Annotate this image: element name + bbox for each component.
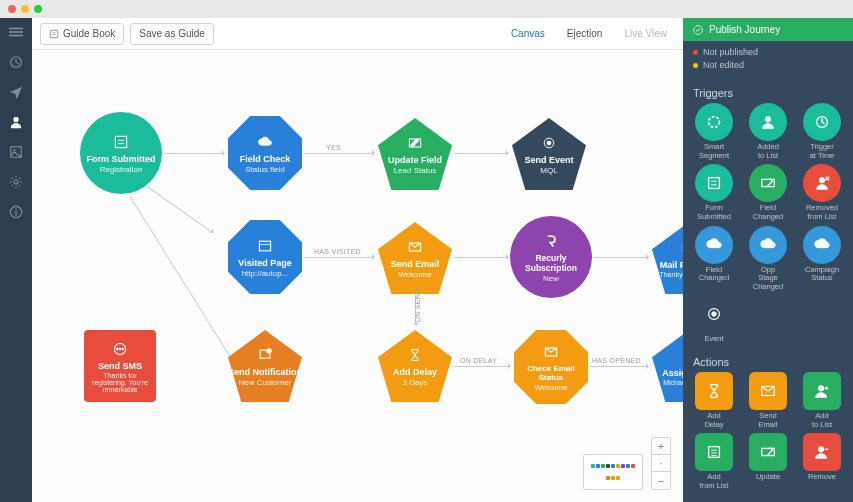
panel-item-icon xyxy=(695,164,733,202)
arrow-label-yes: YES xyxy=(326,144,341,151)
status-dot-yellow xyxy=(693,63,698,68)
node-mail-postcard[interactable]: Mail Postcard Thankyou postca... xyxy=(652,222,683,294)
node-field-check[interactable]: Field Check Status field xyxy=(228,116,302,190)
arrow-label-on-send: ON SEND xyxy=(414,289,421,323)
cloud-icon xyxy=(256,133,274,151)
badge-icon xyxy=(540,134,558,152)
svg-rect-2 xyxy=(9,35,23,37)
traffic-light-close[interactable] xyxy=(8,5,16,13)
panel-item[interactable]: Add Delay xyxy=(689,372,739,429)
node-assign-lead[interactable]: Assign Lead Michael Sharkey xyxy=(652,330,683,402)
panel-item[interactable]: Added to List xyxy=(743,103,793,160)
panel-item-icon xyxy=(749,164,787,202)
svg-rect-11 xyxy=(50,30,58,38)
node-recurly[interactable]: Recurly Subscription New xyxy=(510,216,592,298)
panel-item-label: Update xyxy=(756,473,780,482)
panel-item[interactable]: Field Changed xyxy=(689,226,739,292)
sidebar-info-icon[interactable] xyxy=(8,204,24,220)
recurly-icon xyxy=(542,232,560,250)
zoom-out-button[interactable]: − xyxy=(652,472,670,489)
node-visited-page[interactable]: Visited Page http://autop... xyxy=(228,220,302,294)
svg-rect-9 xyxy=(15,211,16,215)
panel-item[interactable]: Field Changed xyxy=(743,164,793,221)
panel-item-icon xyxy=(695,103,733,141)
save-as-guide-button[interactable]: Save as Guide xyxy=(130,23,214,45)
actions-grid: Add DelaySend EmailAdd to ListAdd from L… xyxy=(683,372,853,495)
panel-item[interactable]: Smart Segment xyxy=(689,103,739,160)
panel-item-icon xyxy=(695,295,733,333)
zoom-controls: + · − xyxy=(651,437,671,490)
panel-item-label: Field Changed xyxy=(699,266,729,283)
panel-item-label: Campaign Status xyxy=(805,266,839,283)
panel-item-icon xyxy=(803,433,841,471)
ejection-tab[interactable]: Ejection xyxy=(559,23,611,45)
panel-item[interactable]: Form Submitted xyxy=(689,164,739,221)
panel-item[interactable]: Trigger at Time xyxy=(797,103,847,160)
minimap[interactable] xyxy=(583,454,643,490)
traffic-light-max[interactable] xyxy=(34,5,42,13)
sidebar-user-icon[interactable] xyxy=(8,114,24,130)
panel-item-icon xyxy=(749,103,787,141)
edit-icon xyxy=(406,134,424,152)
panel-item-icon xyxy=(803,372,841,410)
arrow xyxy=(304,257,374,258)
zoom-reset-button[interactable]: · xyxy=(652,455,670,472)
traffic-light-min[interactable] xyxy=(21,5,29,13)
panel-item-icon xyxy=(749,226,787,264)
svg-point-30 xyxy=(267,348,272,353)
sidebar-send-icon[interactable] xyxy=(8,84,24,100)
panel-item[interactable]: Opp Stage Changed xyxy=(743,226,793,292)
panel-item-label: Field Changed xyxy=(753,204,783,221)
svg-point-6 xyxy=(13,149,15,151)
window-titlebar xyxy=(0,0,853,18)
arrow xyxy=(304,153,374,154)
svg-point-27 xyxy=(119,348,121,350)
user-icon xyxy=(680,347,683,365)
sidebar-gear-icon[interactable] xyxy=(8,174,24,190)
node-update-field[interactable]: Update Field Lead Status xyxy=(378,118,452,190)
node-send-event[interactable]: Send Event MQL xyxy=(512,118,586,190)
node-add-delay[interactable]: Add Delay 3 Days xyxy=(378,330,452,402)
publish-button[interactable]: Publish Journey xyxy=(683,18,853,41)
sidebar-image-icon[interactable] xyxy=(8,144,24,160)
sidebar-clock-icon[interactable] xyxy=(8,54,24,70)
arrow xyxy=(454,153,508,154)
panel-item-label: Add Delay xyxy=(704,412,723,429)
svg-point-41 xyxy=(819,178,824,183)
node-form-submitted[interactable]: Form Submitted Registration xyxy=(80,112,162,194)
panel-item-label: Event xyxy=(704,335,723,344)
panel-item[interactable]: Add to List xyxy=(797,372,847,429)
panel-item[interactable]: Update xyxy=(743,433,793,490)
zoom-in-button[interactable]: + xyxy=(652,438,670,455)
svg-rect-1 xyxy=(9,31,23,33)
node-send-notif[interactable]: Send Notification New Customer xyxy=(228,330,302,402)
svg-rect-20 xyxy=(259,241,270,251)
publish-status: Not published Not edited xyxy=(683,41,853,79)
panel-item[interactable]: Removed from List xyxy=(797,164,847,221)
node-check-email[interactable]: Check Email Status Welcome xyxy=(514,330,588,404)
canvas-tab[interactable]: Canvas xyxy=(503,23,553,45)
panel-item[interactable]: Remove xyxy=(797,433,847,490)
panel-item[interactable]: Event xyxy=(689,295,739,344)
panel-item-label: Form Submitted xyxy=(697,204,731,221)
panel-item-label: Remove xyxy=(808,473,836,482)
canvas[interactable]: Form Submitted Registration Field Check … xyxy=(32,50,683,502)
node-send-sms[interactable]: Send SMS Thanks for registering. You're … xyxy=(84,330,156,402)
triggers-grid: Smart SegmentAdded to ListTrigger at Tim… xyxy=(683,103,853,348)
panel-item[interactable]: Send Email xyxy=(743,372,793,429)
panel-item-label: Removed from List xyxy=(806,204,838,221)
node-send-email[interactable]: Send Email Welcome xyxy=(378,222,452,294)
guide-book-button[interactable]: Guide Book xyxy=(40,23,124,45)
panel-item-label: Opp Stage Changed xyxy=(743,266,793,292)
panel-item-icon xyxy=(803,103,841,141)
arrow xyxy=(147,186,213,233)
panel-item[interactable]: Campaign Status xyxy=(797,226,847,292)
panel-item-icon xyxy=(695,433,733,471)
sidebar-menu-icon[interactable] xyxy=(8,24,24,40)
hourglass-icon xyxy=(406,346,424,364)
panel-item[interactable]: Add from List xyxy=(689,433,739,490)
arrow xyxy=(454,366,510,367)
topbar: Guide Book Save as Guide Canvas Ejection… xyxy=(32,18,683,50)
svg-point-53 xyxy=(818,447,823,452)
panel-item-icon xyxy=(803,164,841,202)
